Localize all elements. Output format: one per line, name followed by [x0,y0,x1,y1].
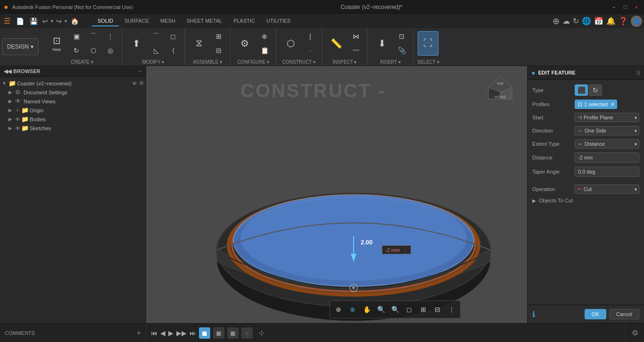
draft-button[interactable]: ⟨ [165,44,181,57]
maximize-button[interactable]: □ [621,3,629,11]
construct-axis-button[interactable]: | [303,30,318,43]
construct-plane-button[interactable]: ⬡ [280,31,301,56]
main-viewport[interactable]: CONSTRUCT - HOME TOP [146,66,644,323]
dimension-menu-icon[interactable]: ⋮ [403,247,408,253]
refresh-button[interactable]: ↻ [573,17,579,25]
timeline-drag-icon[interactable]: ⊹ [256,327,267,339]
save-button[interactable]: 💾 [28,17,40,25]
timeline-next-button[interactable]: ▶▶ [176,329,187,337]
tab-plastic[interactable]: PLASTIC [228,16,261,26]
app-menu-button[interactable]: ☰ [2,17,12,25]
timeline-end-button[interactable]: ⏭ [190,329,196,337]
frame-type-inactive-2[interactable]: ◼ [227,327,239,339]
insert-svg-button[interactable]: 📎 [394,44,409,57]
extent-type-dropdown[interactable]: ↔ Distance ▾ [575,139,639,149]
direction-dropdown[interactable]: → One Side ▾ [575,126,639,135]
world-button[interactable]: 🌐 [582,17,591,25]
home-button[interactable]: 🏠 [69,17,81,25]
redo-dropdown[interactable]: ▾ [65,18,67,24]
undo-dropdown[interactable]: ▾ [51,18,53,24]
joint-button[interactable]: ⊞ [211,30,226,43]
timeline-start-button[interactable]: ⏮ [151,329,157,337]
undo-button[interactable]: ↩ [41,17,49,25]
display-tool[interactable]: ⊟ [431,303,444,316]
visibility-icon-sketches[interactable]: 👁 [15,125,20,131]
start-dropdown[interactable]: ⊣ Profile Plane ▾ [575,113,639,122]
edit-panel-expand-icon[interactable]: ⟩⟩ [636,70,640,76]
design-mode-button[interactable]: DESIGN ▾ [2,38,39,55]
interference-button[interactable]: ⋈ [348,30,363,43]
profiles-clear-button[interactable]: × [611,100,614,108]
curvature-button[interactable]: 〰 [348,44,363,57]
display-settings-tool[interactable]: ⋮ [445,303,458,316]
chamfer-button[interactable]: ◺ [149,44,164,57]
tree-item-named-views[interactable]: ▶ 👁 Named Views [0,97,146,106]
frame-type-active[interactable]: ◼ [199,327,210,339]
calendar-button[interactable]: 📅 [594,17,603,25]
cloud-button[interactable]: ☁ [562,17,570,25]
comments-add-button[interactable]: + [137,329,141,337]
timeline-prev-button[interactable]: ◀ [160,329,165,337]
insert-derive-button[interactable]: ⬇ [372,31,392,56]
tree-item-origin[interactable]: ▶ 👁 📁 Origin [0,106,146,115]
browser-collapse-button[interactable]: − [139,68,142,75]
create-dropdown-button[interactable]: ⊡ New [46,31,67,56]
zoom-tool[interactable]: 🔍 [374,303,388,316]
insert-mesh-button[interactable]: ⊡ [394,30,409,43]
tab-solid[interactable]: SOLID [92,16,119,26]
tab-mesh[interactable]: MESH [155,16,181,26]
frame-type-inactive-3[interactable]: ○ [241,327,253,339]
tree-item-bodies[interactable]: ▶ 👁 📁 Bodies [0,115,146,124]
minimize-button[interactable]: − [610,3,618,11]
timeline-play-button[interactable]: ▶ [168,329,173,337]
user-avatar[interactable]: 👤 [631,16,642,27]
extrude-type-button[interactable]: ⬛ [575,84,588,96]
grid-tool[interactable]: ⊞ [417,303,430,316]
tree-item-sketches[interactable]: ▶ 👁 📁 Sketches [0,124,146,133]
sweep-button[interactable]: ⌒ [86,30,101,43]
profiles-selected-badge[interactable]: ⊡ 1 selected × [575,100,617,109]
shell-button[interactable]: ◻ [165,30,181,43]
measure-button[interactable]: 📏 [326,31,347,56]
bell-button[interactable]: 🔔 [606,17,616,25]
ok-button[interactable]: OK [585,309,606,319]
select-filter-button[interactable]: ⛶ [418,31,438,56]
fillet-button[interactable]: ⌒ [149,30,164,43]
objects-to-cut-row[interactable]: ▶ Objects To Cut [528,196,644,205]
configure-option-button[interactable]: ⊕ [257,30,272,43]
tree-item-root[interactable]: ▼ 📁 Coaster (v2~recovered) 👁 ⚙ [0,79,146,88]
revolve-button[interactable]: ↻ [69,44,84,57]
visibility-icon-root[interactable]: 👁 [132,81,137,86]
visibility-icon-origin[interactable]: 👁 [15,108,20,113]
help-button[interactable]: ❓ [619,17,628,25]
hole-button[interactable]: ◎ [103,44,118,57]
construct-point-button[interactable]: · [303,44,318,57]
tab-utilities[interactable]: UTILITIES [261,16,296,26]
modify-press-pull-button[interactable]: ⬆ [126,31,147,56]
tab-surface[interactable]: SURFACE [119,16,155,26]
add-button[interactable]: ⊕ [553,16,560,26]
look-tool[interactable]: ⊕ [346,303,359,316]
tab-sheet-metal[interactable]: SHEET METAL [181,16,228,26]
rib-button[interactable]: ⋮ [103,30,118,43]
frame-type-inactive-1[interactable]: ◼ [213,327,224,339]
rigid-group-button[interactable]: ⊟ [211,44,226,57]
operation-dropdown[interactable]: ✂ Cut ▾ [575,184,639,194]
info-button[interactable]: ℹ [532,310,535,319]
settings-icon-root[interactable]: ⚙ [139,80,144,86]
loft-button[interactable]: ⬡ [86,44,101,57]
taper-angle-input[interactable] [575,167,639,177]
distance-input[interactable] [575,152,639,163]
zoom-fit-tool[interactable]: 🔍 [388,303,402,316]
revolve-type-button[interactable]: ↻ [589,84,602,96]
dimension-label[interactable]: -2 mm ⋮ [382,245,411,254]
cancel-button[interactable]: Cancel [609,309,639,319]
orbit-tool[interactable]: ⊕ [332,303,345,316]
visibility-icon-bodies[interactable]: 👁 [15,117,20,122]
configure-rule-button[interactable]: 📋 [257,44,272,57]
tree-item-doc-settings[interactable]: ▶ ⚙ Document Settings [0,88,146,97]
assemble-button[interactable]: ⧖ [189,31,209,56]
redo-button[interactable]: ↪ [55,17,63,25]
view-cube-tool[interactable]: ◻ [403,303,416,316]
navigation-cube[interactable]: HOME TOP [484,71,517,104]
